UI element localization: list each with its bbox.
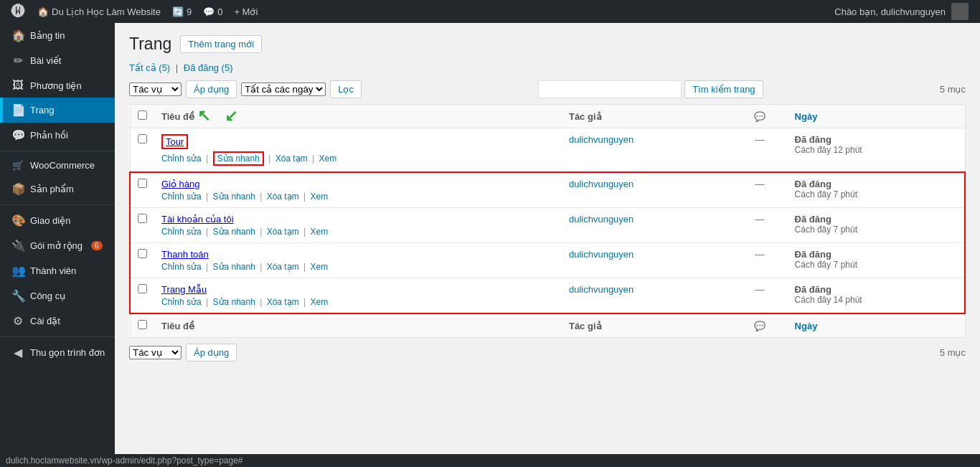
row-comments-taikhoan: —: [732, 208, 787, 243]
row-check-thanhtoan[interactable]: [130, 243, 154, 278]
sidebar-item-media[interactable]: 🖼 Phương tiện: [0, 73, 115, 98]
table-foot: Tiêu đề Tác giả 💬 Ngày: [130, 313, 965, 338]
row-check-giohang[interactable]: [130, 172, 154, 208]
giohang-row-actions: Chỉnh sửa | Sửa nhanh | Xóa tạm | Xem: [161, 192, 555, 202]
sidebar-item-woocommerce[interactable]: 🛒 WooCommerce: [0, 154, 115, 176]
sidebar-item-pages[interactable]: 📄 Trang: [0, 98, 115, 123]
sidebar-item-collapse[interactable]: ◀ Thu gọn trình đơn: [0, 340, 115, 365]
updates-item[interactable]: 🔄 9: [166, 0, 197, 23]
col-comment-header: 💬: [732, 105, 787, 128]
tools-icon: 🔧: [11, 289, 24, 303]
col-title-footer: Tiêu đề: [154, 313, 562, 338]
sidebar-item-appearance[interactable]: 🎨 Giao diện: [0, 208, 115, 233]
filter-all[interactable]: Tất cả (5): [129, 62, 173, 73]
row-author-trangmau: dulichvunguyen: [562, 278, 732, 314]
bulk-action-select-bottom[interactable]: Tác vụ Sửa Xóa tạm: [129, 346, 182, 359]
table-row: ↙ ↙ Tour Chỉnh sửa | Sửa nh: [130, 128, 965, 173]
tour-row-actions: Chỉnh sửa | Sửa nhanh | Xóa tạm | Xem: [161, 151, 555, 166]
filter-all-link[interactable]: Tất cả (5): [129, 62, 173, 73]
filter-button[interactable]: Lọc: [330, 80, 362, 98]
col-check-all-bottom[interactable]: [130, 313, 154, 338]
table-body: ↙ ↙ Tour Chỉnh sửa | Sửa nh: [130, 128, 965, 314]
search-button[interactable]: Tìm kiếm trang: [684, 80, 763, 98]
apply-button-top[interactable]: Áp dụng: [186, 80, 237, 98]
row-check-tour[interactable]: [130, 128, 154, 173]
trangmau-title-link[interactable]: Trang Mẫu: [161, 284, 207, 295]
sidebar-item-comments[interactable]: 💬 Phản hồi: [0, 123, 115, 148]
quick-edit-link-thanhtoan[interactable]: Sửa nhanh: [213, 262, 255, 272]
edit-link-giohang[interactable]: Chỉnh sửa: [161, 192, 202, 202]
trash-link-trangmau[interactable]: Xóa tạm: [267, 297, 299, 307]
tour-title-link[interactable]: Tour: [166, 136, 184, 147]
sidebar-item-dashboard[interactable]: 🏠 Bảng tin: [0, 23, 115, 48]
sidebar-item-products[interactable]: 📦 Sản phẩm: [0, 176, 115, 202]
search-input[interactable]: [538, 80, 682, 98]
row-title-trangmau: Trang Mẫu Chỉnh sửa | Sửa nhanh | Xóa tạ…: [154, 278, 562, 314]
date-filter-select[interactable]: Tất cả các ngày: [241, 82, 326, 96]
collapse-icon: ◀: [11, 346, 24, 359]
col-date-footer: Ngày: [788, 313, 965, 338]
view-link-giohang[interactable]: Xem: [311, 192, 329, 202]
row-checkbox-trangmau[interactable]: [138, 284, 147, 293]
sidebar-item-users[interactable]: 👥 Thành viên: [0, 258, 115, 283]
row-checkbox-thanhtoan[interactable]: [138, 249, 147, 258]
wp-logo[interactable]: 🅦: [6, 0, 32, 23]
edit-link-taikhoan[interactable]: Chỉnh sửa: [161, 227, 202, 237]
post-title-trangmau: Trang Mẫu: [161, 284, 555, 295]
view-link-thanhtoan[interactable]: Xem: [311, 262, 329, 272]
filter-published-link[interactable]: Đã đăng (5): [184, 62, 233, 73]
post-title-giohang: Giỏ hàng: [161, 179, 555, 189]
statusbar: dulich.hoclamwebsite.vn/wp-admin/edit.ph…: [0, 454, 980, 467]
comments-item[interactable]: 💬 0: [197, 0, 228, 23]
plugins-badge: 6: [91, 241, 103, 250]
row-checkbox-tour[interactable]: [138, 134, 147, 143]
row-comments-giohang: —: [732, 172, 787, 208]
sidebar-item-plugins[interactable]: 🔌 Gói mở rộng 6: [0, 233, 115, 258]
quick-edit-link-giohang[interactable]: Sửa nhanh: [213, 192, 255, 202]
new-item[interactable]: + Mới: [228, 0, 263, 23]
bulk-action-select-top[interactable]: Tác vụ Sửa Xóa tạm: [129, 82, 182, 96]
row-check-trangmau[interactable]: [130, 278, 154, 314]
edit-link-trangmau[interactable]: Chỉnh sửa: [161, 297, 202, 307]
check-all-bottom-checkbox[interactable]: [138, 320, 147, 329]
sidebar-item-tools[interactable]: 🔧 Công cụ: [0, 283, 115, 308]
add-new-button[interactable]: Thêm trang mới: [180, 35, 262, 53]
quick-edit-link-trangmau[interactable]: Sửa nhanh: [213, 297, 255, 307]
row-author-giohang: dulichvunguyen: [562, 172, 732, 208]
site-name[interactable]: 🏠 Du Lịch Học Làm Website: [32, 0, 166, 23]
apply-button-bottom[interactable]: Áp dụng: [186, 344, 237, 362]
trash-link-giohang[interactable]: Xóa tạm: [267, 192, 299, 202]
edit-link-thanhtoan[interactable]: Chỉnh sửa: [161, 262, 202, 272]
row-date-giohang: Đã đăng Cách đây 7 phút: [788, 172, 965, 208]
col-check-all[interactable]: [130, 105, 154, 128]
edit-link-tour[interactable]: Chỉnh sửa: [161, 154, 202, 164]
trash-link-thanhtoan[interactable]: Xóa tạm: [267, 262, 299, 272]
quick-edit-link-tour[interactable]: Sửa nhanh: [217, 154, 260, 164]
filter-published[interactable]: Đã đăng (5): [184, 62, 233, 73]
menu-separator-1: [0, 151, 115, 151]
row-date-thanhtoan: Đã đăng Cách đây 7 phút: [788, 243, 965, 278]
giohang-title-link[interactable]: Giỏ hàng: [161, 179, 200, 189]
admin-bar: 🅦 🏠 Du Lịch Học Làm Website 🔄 9 💬 0 + Mớ…: [0, 0, 980, 23]
sidebar-item-settings[interactable]: ⚙ Cài đặt: [0, 308, 115, 334]
sidebar-item-posts[interactable]: ✏ Bài viết: [0, 48, 115, 73]
row-checkbox-taikhoan[interactable]: [138, 214, 147, 223]
trash-link-tour[interactable]: Xóa tạm: [275, 154, 308, 164]
view-link-trangmau[interactable]: Xem: [311, 297, 329, 307]
row-checkbox-giohang[interactable]: [138, 179, 147, 188]
thanhtoan-title-link[interactable]: Thanh toán: [161, 249, 209, 260]
greeting[interactable]: Chào bạn, dulichvunguyen: [829, 0, 974, 23]
sidebar: 🏠 Bảng tin ✏ Bài viết 🖼 Phương tiện 📄 Tr…: [0, 23, 115, 467]
col-title-header: Tiêu đề: [154, 105, 562, 128]
col-author-header: Tác giả: [562, 105, 732, 128]
view-link-taikhoan[interactable]: Xem: [311, 227, 329, 237]
quick-edit-link-taikhoan[interactable]: Sửa nhanh: [213, 227, 255, 237]
check-all-checkbox[interactable]: [138, 110, 147, 120]
trash-link-taikhoan[interactable]: Xóa tạm: [267, 227, 299, 237]
row-check-taikhoan[interactable]: [130, 208, 154, 243]
comments-icon: 💬: [11, 128, 24, 142]
view-link-tour[interactable]: Xem: [319, 154, 337, 164]
taikhoan-title-link[interactable]: Tài khoản của tôi: [161, 214, 234, 225]
products-icon: 📦: [11, 182, 24, 196]
search-box: Tìm kiếm trang: [538, 80, 763, 98]
